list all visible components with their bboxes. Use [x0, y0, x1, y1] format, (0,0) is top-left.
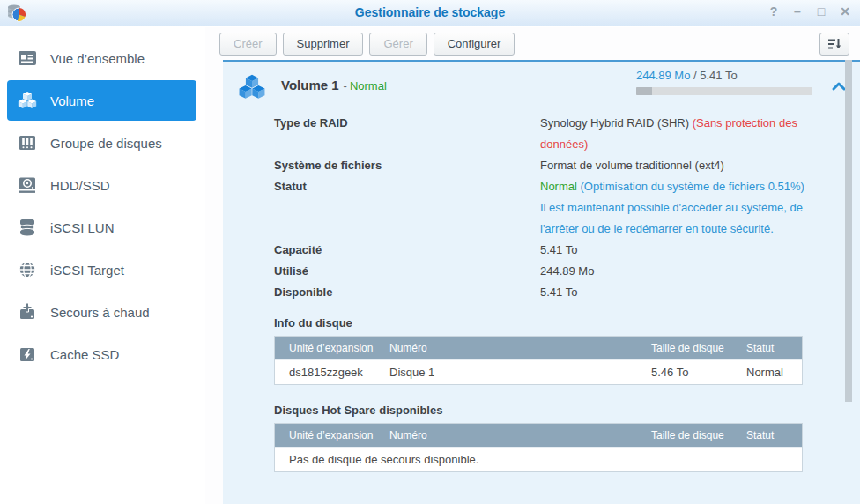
sidebar-item-label: Vue d’ensemble: [50, 51, 145, 66]
detail-value-part: Il est maintenant possible d'accéder au …: [540, 201, 803, 235]
total-space: 5.41 To: [700, 69, 737, 82]
iscsi-lun-icon: [16, 216, 39, 239]
detail-label: Type de RAID: [274, 113, 540, 155]
sidebar-item-label: Secours à chaud: [50, 305, 150, 320]
disk-info-section: Info du disque Unité d’expansionNuméroTa…: [274, 316, 860, 385]
supprimer-button[interactable]: Supprimer: [283, 33, 364, 56]
column-header[interactable]: Statut: [746, 337, 802, 359]
hot-spare-section: Disques Hot Spare disponibles Unité d’ex…: [274, 404, 860, 472]
hot-spare-title: Disques Hot Spare disponibles: [274, 404, 860, 417]
configurer-button[interactable]: Configurer: [434, 33, 515, 56]
detail-value-part: (Optimisation du système de fichiers 0.5…: [577, 180, 804, 193]
column-header[interactable]: Unité d’expansion: [275, 337, 389, 359]
detail-value: Format de volume traditionnel (ext4): [540, 155, 804, 176]
usage-separator: /: [690, 69, 700, 82]
titlebar: Gestionnaire de stockage ? – □ ✕: [0, 0, 860, 26]
detail-row: Utilisé244.89 Mo: [274, 261, 860, 282]
detail-value: 5.41 To: [540, 282, 804, 303]
sidebar-item-label: iSCSI LUN: [50, 220, 115, 235]
storage-manager-window: Gestionnaire de stockage ? – □ ✕ Vue d’e…: [0, 0, 860, 504]
table-cell: Disque 1: [389, 359, 651, 384]
hdd-icon: [16, 174, 39, 196]
close-icon[interactable]: ✕: [839, 4, 851, 19]
column-header[interactable]: Statut: [746, 424, 802, 447]
detail-value-part: Normal: [540, 180, 577, 193]
usage-progress-fill: [636, 87, 652, 95]
help-icon[interactable]: ?: [767, 4, 780, 19]
detail-label: Utilisé: [274, 261, 540, 282]
column-header[interactable]: Taille de disque: [651, 424, 746, 447]
sidebar-item-groupe-de-disques[interactable]: Groupe de disques: [7, 122, 196, 163]
scrollbar[interactable]: [845, 60, 852, 504]
sidebar-item-label: HDD/SSD: [50, 178, 110, 193]
cr-er-button[interactable]: Créer: [219, 33, 277, 56]
table-row[interactable]: ds1815zzgeekDisque 15.46 ToNormal: [275, 359, 802, 384]
minimize-icon[interactable]: –: [791, 4, 804, 19]
detail-row: Système de fichiersFormat de volume trad…: [274, 155, 860, 176]
column-header[interactable]: Numéro: [389, 424, 651, 447]
sidebar-item-vue-d-ensemble[interactable]: Vue d’ensemble: [7, 38, 196, 78]
g-rer-button[interactable]: Gérer: [369, 33, 426, 56]
toolbar: CréerSupprimerGérerConfigurer: [205, 27, 860, 60]
detail-value-part: 5.41 To: [540, 285, 577, 299]
sort-button[interactable]: [819, 33, 849, 56]
detail-row: Type de RAIDSynology Hybrid RAID (SHR) (…: [274, 113, 860, 155]
disk-info-table: Unité d’expansionNuméroTaille de disqueS…: [274, 336, 803, 385]
detail-value: 244.89 Mo: [540, 261, 804, 282]
detail-value-part: 244.89 Mo: [540, 264, 594, 278]
column-header[interactable]: Unité d’expansion: [275, 424, 389, 447]
window-controls: ? – □ ✕: [767, 4, 851, 19]
sidebar-item-iscsi-target[interactable]: iSCSI Target: [7, 249, 196, 290]
disk-info-title: Info du disque: [274, 316, 860, 330]
iscsi-target-icon: [16, 258, 39, 281]
detail-label: Système de fichiers: [274, 155, 540, 176]
detail-value-part: Format de volume traditionnel (ext4): [540, 159, 724, 172]
volume-panel: Volume 1-Normal 244.89 Mo / 5.41 To Type…: [223, 60, 860, 504]
detail-value: Normal (Optimisation du système de fichi…: [540, 176, 804, 240]
sidebar-item-secours-chaud[interactable]: Secours à chaud: [7, 292, 196, 332]
detail-label: Capacité: [274, 240, 540, 261]
volume-status: Normal: [350, 79, 387, 93]
detail-row: StatutNormal (Optimisation du système de…: [274, 176, 860, 240]
column-header[interactable]: Taille de disque: [651, 337, 746, 359]
detail-row: Capacité5.41 To: [274, 240, 860, 261]
volume-cubes-icon: [16, 89, 39, 112]
detail-value-part: Synology Hybrid RAID (SHR): [540, 116, 693, 130]
detail-value: Synology Hybrid RAID (SHR) (Sans protect…: [540, 113, 804, 155]
status-separator: -: [344, 79, 347, 93]
sidebar-item-label: iSCSI Target: [50, 263, 124, 278]
detail-label: Disponible: [274, 282, 540, 303]
used-space: 244.89 Mo: [636, 69, 690, 82]
detail-value-part: 5.41 To: [540, 243, 577, 256]
column-header[interactable]: Numéro: [389, 337, 651, 359]
disk-group-icon: [16, 131, 39, 154]
detail-value: 5.41 To: [540, 240, 804, 261]
window-title: Gestionnaire de stockage: [0, 5, 860, 19]
sidebar-item-hdd-ssd[interactable]: HDD/SSD: [7, 165, 196, 205]
volume-title: Volume 1: [281, 78, 339, 93]
sidebar-item-label: Groupe de disques: [50, 136, 162, 151]
detail-row: Disponible5.41 To: [274, 282, 860, 303]
sidebar-item-cache-ssd[interactable]: Cache SSD: [7, 334, 196, 374]
overview-icon: [16, 47, 39, 70]
usage-text: 244.89 Mo / 5.41 To: [636, 69, 812, 82]
maximize-icon[interactable]: □: [815, 4, 827, 19]
sidebar-item-iscsi-lun[interactable]: iSCSI LUN: [7, 207, 196, 248]
sidebar-item-label: Cache SSD: [50, 347, 119, 362]
table-cell: ds1815zzgeek: [275, 359, 389, 384]
ssd-cache-icon: [16, 343, 39, 366]
volume-panel-header: Volume 1-Normal 244.89 Mo / 5.41 To: [223, 62, 860, 100]
scrollbar-thumb[interactable]: [845, 60, 852, 402]
hot-spare-table: Unité d’expansionNuméroTaille de disqueS…: [274, 423, 803, 472]
sidebar-item-label: Volume: [50, 93, 94, 108]
sidebar-item-volume[interactable]: Volume: [7, 80, 196, 121]
volume-cubes-icon: [237, 73, 267, 101]
empty-text: Pas de disque de secours disponible.: [275, 447, 802, 471]
usage-progress-bar: [636, 87, 812, 95]
empty-row: Pas de disque de secours disponible.: [275, 447, 802, 471]
sidebar: Vue d’ensembleVolumeGroupe de disquesHDD…: [0, 27, 204, 504]
table-cell: Normal: [746, 359, 802, 384]
table-cell: 5.46 To: [651, 359, 746, 384]
volume-details: Type de RAIDSynology Hybrid RAID (SHR) (…: [274, 113, 860, 303]
detail-label: Statut: [274, 176, 540, 240]
